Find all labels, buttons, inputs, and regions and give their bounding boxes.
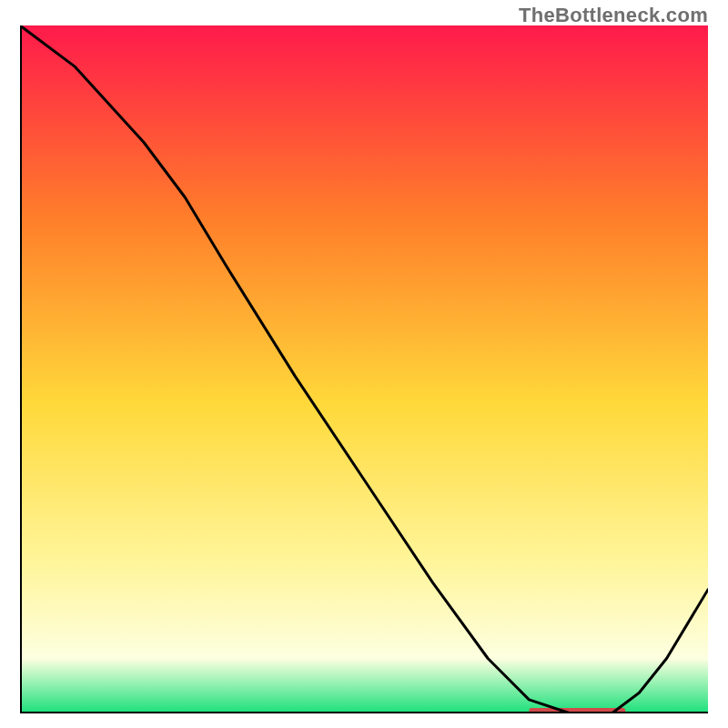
plot-area: [20, 25, 708, 713]
attribution-text: TheBottleneck.com: [519, 4, 708, 27]
chart-container: TheBottleneck.com: [0, 0, 728, 728]
gradient-background: [20, 25, 708, 713]
chart-svg: [20, 25, 708, 713]
